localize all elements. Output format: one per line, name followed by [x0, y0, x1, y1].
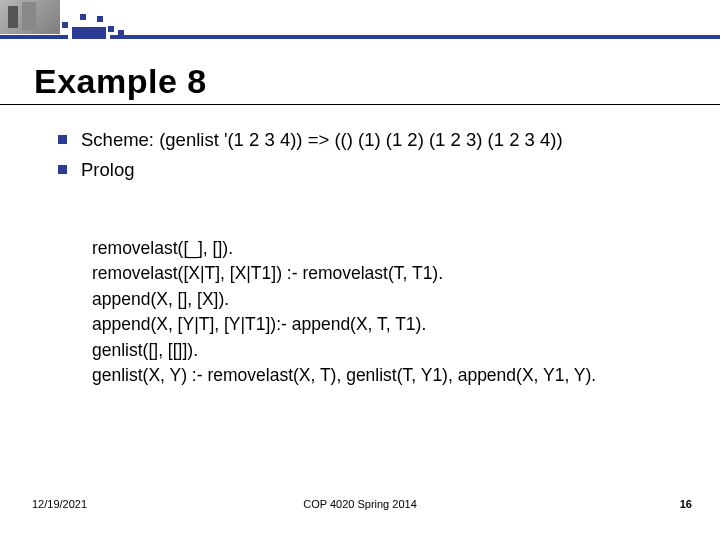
header-stripe: [0, 35, 68, 39]
list-item-text: Prolog: [81, 158, 678, 182]
title-divider: [0, 104, 720, 105]
footer-page-number: 16: [680, 498, 692, 510]
code-block: removelast([_], []). removelast([X|T], […: [92, 236, 692, 388]
header-decoration: [0, 0, 720, 40]
header-square: [62, 22, 68, 28]
list-item: Prolog: [58, 158, 678, 182]
header-image: [0, 0, 60, 34]
footer-course: COP 4020 Spring 2014: [0, 498, 720, 510]
code-line: append(X, [Y|T], [Y|T1]):- append(X, T, …: [92, 312, 692, 337]
header-square: [80, 14, 86, 20]
list-item-text: Scheme: (genlist '(1 2 3 4)) => (() (1) …: [81, 128, 678, 152]
header-square: [108, 26, 114, 32]
header-stripe: [110, 35, 720, 39]
code-line: removelast([X|T], [X|T1]) :- removelast(…: [92, 261, 692, 286]
header-square: [97, 16, 103, 22]
slide-title: Example 8: [34, 62, 207, 101]
bullet-icon: [58, 135, 67, 144]
header-stripe: [72, 27, 106, 39]
bullet-icon: [58, 165, 67, 174]
list-item: Scheme: (genlist '(1 2 3 4)) => (() (1) …: [58, 128, 678, 152]
code-line: genlist([], [[]]).: [92, 338, 692, 363]
code-line: append(X, [], [X]).: [92, 287, 692, 312]
bullet-list: Scheme: (genlist '(1 2 3 4)) => (() (1) …: [58, 128, 678, 189]
code-line: removelast([_], []).: [92, 236, 692, 261]
code-line: genlist(X, Y) :- removelast(X, T), genli…: [92, 363, 692, 388]
header-square: [118, 30, 124, 36]
